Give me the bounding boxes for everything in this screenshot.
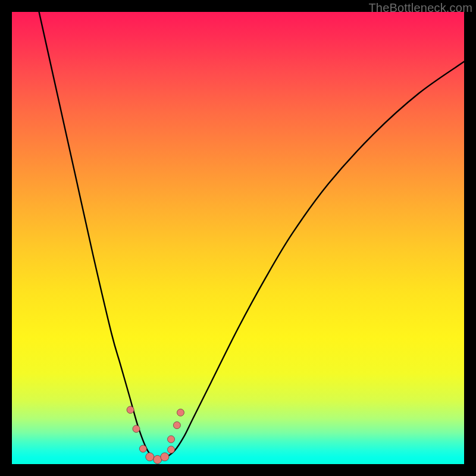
- chart-frame: [12, 12, 464, 464]
- chart-svg: [12, 12, 464, 464]
- data-marker: [127, 406, 134, 414]
- marker-group: [127, 406, 184, 464]
- data-marker: [173, 422, 180, 429]
- data-marker: [161, 453, 169, 461]
- data-marker: [168, 436, 175, 443]
- bottleneck-curve: [39, 12, 464, 460]
- data-marker: [146, 453, 154, 461]
- data-marker: [133, 425, 140, 433]
- data-marker: [168, 446, 175, 453]
- watermark-text: TheBottleneck.com: [368, 1, 472, 15]
- data-marker: [139, 445, 146, 452]
- data-marker: [177, 409, 184, 416]
